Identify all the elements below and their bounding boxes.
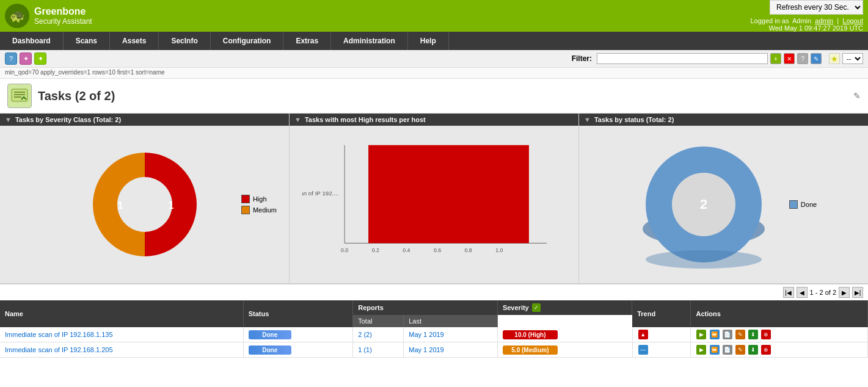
refresh-select[interactable]: Refresh every 30 Sec.: [770, 0, 863, 15]
svg-text:1: 1: [117, 200, 123, 211]
legend-high-color: [241, 195, 250, 203]
task-name-cell: Immediate scan of IP 192.168.1.135: [0, 327, 243, 342]
chart-severity-collapse[interactable]: ▼: [5, 116, 12, 123]
logo-main: Greenbone: [34, 6, 92, 17]
chart-highresults-header: ▼ Tasks with most High results per host: [290, 114, 578, 126]
reports-last-link-2[interactable]: May 1 2019: [409, 346, 443, 353]
task-reports-last-2: May 1 2019: [404, 342, 498, 358]
page-title: Tasks (2 of 2): [38, 89, 115, 103]
last-page-btn[interactable]: ▶|: [852, 287, 863, 298]
new-toolbar-btn[interactable]: ✦: [34, 52, 46, 65]
svg-text:0.4: 0.4: [403, 247, 410, 253]
dash-select[interactable]: --: [842, 53, 863, 64]
chart-severity: ▼ Tasks by Severity Class (Total: 2) 1 1: [0, 114, 290, 283]
svg-text:2: 2: [700, 197, 707, 212]
task-name-link-2[interactable]: Immediate scan of IP 192.168.1.205: [5, 346, 113, 353]
nav-configuration[interactable]: Configuration: [211, 32, 284, 50]
chart-status-collapse[interactable]: ▼: [584, 116, 591, 123]
task-name-link-1[interactable]: Immediate scan of IP 192.168.1.135: [5, 331, 113, 338]
chart-status: ▼ Tasks by status (Total: 2) 2: [579, 114, 868, 283]
nav-dashboard[interactable]: Dashboard: [0, 32, 64, 50]
status-badge-1: Done: [249, 330, 291, 339]
reports-total-link-2[interactable]: 1 (1): [358, 346, 372, 353]
svg-text:0.6: 0.6: [434, 247, 441, 253]
logout-link[interactable]: Logout: [842, 17, 863, 24]
report-btn-1[interactable]: 📄: [723, 330, 732, 339]
filter-input[interactable]: [597, 53, 768, 64]
severity-badge-2: 5.0 (Medium): [503, 345, 558, 355]
task-status-cell-1: Done: [243, 327, 352, 342]
severity-filter-btn[interactable]: ✓: [532, 303, 541, 312]
trend-btn-1[interactable]: ▲: [638, 330, 648, 339]
nav-scans[interactable]: Scans: [64, 32, 110, 50]
svg-text:0.2: 0.2: [372, 247, 379, 253]
username-link[interactable]: admin: [815, 17, 833, 24]
filter-label: Filter:: [572, 54, 592, 63]
severity-donut-svg: 1 1: [84, 143, 206, 266]
tasks-table: Name Status Reports Severity ✓ Trend Act…: [0, 300, 868, 358]
help-toolbar-btn[interactable]: ?: [5, 52, 17, 65]
clone-btn-2[interactable]: ⬇: [748, 345, 758, 355]
edit-page-icon[interactable]: ✎: [853, 91, 861, 101]
resume-btn-1[interactable]: ⏩: [710, 330, 720, 339]
nav-assets[interactable]: Assets: [110, 32, 159, 50]
col-status: Status: [243, 300, 352, 327]
pagination-text: 1 - 2 of 2: [810, 289, 836, 296]
filter-help-btn[interactable]: ?: [797, 53, 808, 64]
delete-btn-2[interactable]: ⊗: [761, 345, 771, 355]
nav-help[interactable]: Help: [408, 32, 449, 50]
reports-last-link-1[interactable]: May 1 2019: [409, 331, 443, 338]
trend-btn-2[interactable]: —: [638, 345, 648, 355]
start-btn-2[interactable]: ▶: [696, 345, 706, 355]
task-trend-cell-1: ▲: [632, 327, 691, 342]
prev-page-btn[interactable]: ◀: [797, 287, 808, 298]
resume-btn-2[interactable]: ⏩: [710, 345, 720, 355]
filter-right: ★ --: [829, 53, 863, 64]
filter-area: Filter: + ✕ ? ✎ ★ --: [572, 53, 863, 64]
col-reports-total: Total: [353, 315, 404, 327]
chart-highresults-collapse[interactable]: ▼: [294, 116, 301, 123]
legend-done: Done: [789, 200, 817, 209]
svg-text:1: 1: [168, 200, 173, 211]
clone-btn-1[interactable]: ⬇: [748, 330, 758, 339]
filter-add-btn[interactable]: +: [770, 53, 781, 64]
header-right: Refresh every 30 Sec. Logged in as Admin…: [750, 0, 863, 32]
tag-toolbar-btn[interactable]: ✦: [20, 52, 32, 65]
star-btn[interactable]: ★: [829, 53, 840, 64]
report-btn-2[interactable]: 📄: [723, 345, 732, 355]
edit-btn-2[interactable]: ✎: [735, 345, 745, 355]
legend-done-color: [789, 200, 798, 209]
svg-rect-8: [368, 145, 529, 244]
nav-secinfo[interactable]: SecInfo: [159, 32, 210, 50]
table-row: Immediate scan of IP 192.168.1.205 Done …: [0, 342, 868, 358]
legend-medium: Medium: [241, 206, 277, 214]
legend-medium-color: [241, 206, 250, 214]
navbar: Dashboard Scans Assets SecInfo Configura…: [0, 32, 868, 50]
edit-btn-1[interactable]: ✎: [735, 330, 745, 339]
nav-administration[interactable]: Administration: [331, 32, 408, 50]
status-donut-svg: 2: [630, 137, 777, 272]
task-name-cell: Immediate scan of IP 192.168.1.205: [0, 342, 243, 358]
svg-text:Immediate scan of IP 192....: Immediate scan of IP 192....: [302, 190, 338, 197]
filter-clear-btn[interactable]: ✕: [784, 53, 795, 64]
task-reports-total-2: 1 (1): [353, 342, 404, 358]
start-btn-1[interactable]: ▶: [696, 330, 706, 339]
chart-highresults: ▼ Tasks with most High results per host …: [290, 114, 579, 283]
task-severity-cell-1: 10.0 (High): [497, 327, 632, 342]
next-page-btn[interactable]: ▶: [839, 287, 850, 298]
svg-text:1.0: 1.0: [496, 247, 503, 253]
header: 🐢 Greenbone Security Assistant Refresh e…: [0, 0, 868, 32]
nav-extras[interactable]: Extras: [283, 32, 331, 50]
delete-btn-1[interactable]: ⊗: [761, 330, 771, 339]
pagination-area: |◀ ◀ 1 - 2 of 2 ▶ ▶|: [0, 284, 868, 300]
severity-badge-1: 10.0 (High): [503, 330, 558, 339]
logo-sub: Security Assistant: [34, 17, 92, 26]
reports-total-link-1[interactable]: 2 (2): [358, 331, 372, 338]
filter-edit-btn[interactable]: ✎: [811, 53, 822, 64]
first-page-btn[interactable]: |◀: [783, 287, 794, 298]
page-title-area: Tasks (2 of 2) ✎: [0, 79, 868, 114]
chart-highresults-body: Immediate scan of IP 192.... 0.0 0.2 0.4…: [290, 126, 578, 283]
task-severity-cell-2: 5.0 (Medium): [497, 342, 632, 358]
chart-status-body: 2 Done: [579, 126, 868, 283]
col-severity: Severity ✓: [498, 300, 632, 315]
